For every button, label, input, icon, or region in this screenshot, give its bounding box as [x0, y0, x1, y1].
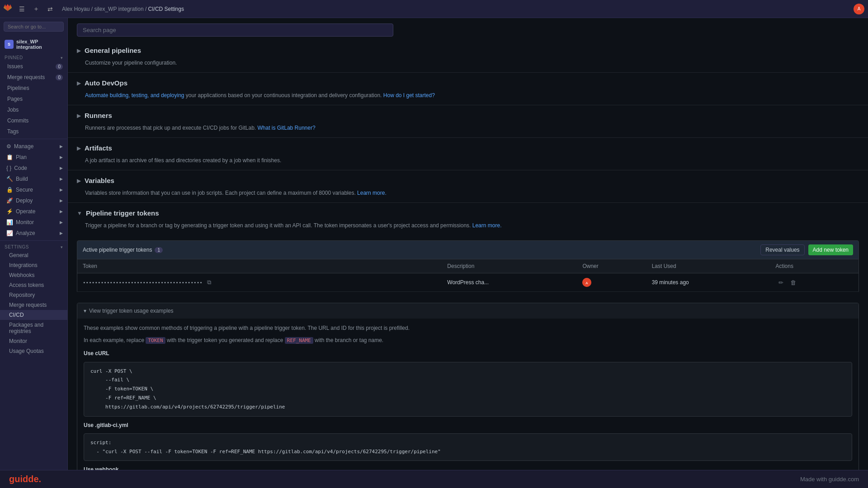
general-pipelines-section: ▶ General pipelines Customize your pipel…: [68, 40, 868, 73]
sidebar-group-monitor[interactable]: 📊 Monitor ▶: [0, 217, 67, 228]
sidebar-item-access-tokens[interactable]: Access tokens: [0, 280, 67, 290]
artifacts-title: Artifacts: [85, 144, 112, 152]
deploy-arrow-icon: ▶: [60, 198, 63, 203]
sidebar-group-operate[interactable]: ⚡ Operate ▶: [0, 206, 67, 217]
project-avatar: S: [5, 40, 14, 49]
general-pipelines-header[interactable]: ▶ General pipelines: [68, 40, 868, 59]
user-avatar[interactable]: A: [854, 4, 864, 14]
auto-devops-header[interactable]: ▶ Auto DevOps: [68, 73, 868, 91]
sidebar-group-manage[interactable]: ⚙ Manage ▶: [0, 141, 67, 152]
trigger-examples-body: These examples show common methods of tr…: [77, 319, 859, 470]
sidebar-item-tags[interactable]: Tags: [0, 126, 67, 137]
merge-requests-btn[interactable]: ⇄: [45, 4, 56, 14]
sidebar-item-packages-registries[interactable]: Packages and registries: [0, 320, 67, 336]
page-search-input[interactable]: [77, 23, 393, 37]
sidebar-item-merge-requests[interactable]: Merge requests 0: [0, 72, 67, 83]
add-new-token-button[interactable]: Add new token: [808, 244, 853, 255]
artifacts-header[interactable]: ▶ Artifacts: [68, 138, 868, 156]
runners-header[interactable]: ▶ Runners: [68, 105, 868, 124]
tokens-table-header: Active pipeline trigger tokens 1 Reveal …: [77, 240, 859, 259]
chevron-right-icon: ▶: [77, 47, 81, 54]
code-icon: { }: [6, 165, 11, 171]
edit-token-button[interactable]: ✏: [776, 278, 786, 287]
secure-arrow-icon: ▶: [60, 188, 63, 192]
sidebar: S silex_WP integration Pinned ▾ Issues 0…: [0, 18, 68, 470]
variables-learn-more-link[interactable]: Learn more.: [357, 190, 387, 196]
sidebar-item-integrations[interactable]: Integrations: [0, 260, 67, 270]
gitlab-runner-link[interactable]: What is GitLab Runner?: [258, 125, 316, 131]
breadcrumb-project[interactable]: silex_WP integration: [94, 6, 143, 12]
settings-section-label[interactable]: Settings ▾: [0, 243, 67, 250]
ref-placeholder-code: REF_NAME: [285, 337, 313, 344]
trigger-intro-1: These examples show common methods of tr…: [84, 324, 852, 333]
analyze-icon: 📈: [6, 230, 13, 236]
sidebar-group-plan[interactable]: 📋 Plan ▶: [0, 152, 67, 163]
sidebar-item-pages[interactable]: Pages: [0, 94, 67, 104]
tokens-learn-more-link[interactable]: Learn more.: [472, 222, 502, 229]
sidebar-item-general[interactable]: General: [0, 250, 67, 260]
get-started-link[interactable]: How do I get started?: [383, 92, 435, 99]
sidebar-item-issues[interactable]: Issues 0: [0, 61, 67, 72]
sidebar-item-cicd[interactable]: CI/CD: [0, 310, 67, 320]
owner-col-header: Owner: [577, 259, 646, 273]
trigger-examples-label: View trigger token usage examples: [89, 308, 174, 314]
yml-code-block: script: - "curl -X POST --fail -F token=…: [84, 433, 852, 461]
settings-arrow-icon: ▾: [61, 245, 63, 249]
project-name: silex_WP integration: [16, 39, 63, 50]
build-icon: 🔨: [6, 176, 13, 182]
variables-desc: Variables store information that you can…: [68, 189, 868, 202]
sidebar-item-monitor-settings[interactable]: Monitor: [0, 336, 67, 346]
new-item-btn[interactable]: ＋: [30, 3, 42, 15]
trigger-examples-header[interactable]: ▾ View trigger token usage examples: [77, 303, 859, 319]
auto-devops-desc: Automate building, testing, and deployin…: [68, 91, 868, 105]
search-input[interactable]: [4, 22, 64, 32]
sidebar-item-commits[interactable]: Commits: [0, 115, 67, 126]
sidebar-search-container: [0, 18, 67, 35]
variables-title: Variables: [85, 177, 114, 184]
sidebar-group-build[interactable]: 🔨 Build ▶: [0, 174, 67, 184]
token-count-badge: 1: [155, 247, 163, 253]
automate-link[interactable]: Automate building, testing, and deployin…: [85, 92, 184, 99]
sidebar-group-deploy[interactable]: 🚀 Deploy ▶: [0, 195, 67, 206]
sidebar-item-usage-quotas[interactable]: Usage Quotas: [0, 346, 67, 356]
pipeline-tokens-header[interactable]: ▼ Pipeline trigger tokens: [68, 203, 868, 221]
pipeline-tokens-title: Pipeline trigger tokens: [86, 209, 159, 217]
artifacts-desc: A job artifact is an archive of files an…: [68, 156, 868, 170]
divider-2: [0, 240, 67, 241]
auto-devops-title: Auto DevOps: [85, 79, 127, 87]
sidebar-item-webhooks[interactable]: Webhooks: [0, 270, 67, 280]
breadcrumb: Alex Hoyau / silex_WP integration / CI/C…: [62, 6, 184, 12]
chevron-down-icon: ▼: [77, 210, 82, 216]
variables-section: ▶ Variables Variables store information …: [68, 170, 868, 203]
trigger-intro-2: In each example, replace TOKEN with the …: [84, 336, 852, 345]
chevron-right-icon-2: ▶: [77, 80, 81, 86]
top-bar: ☰ ＋ ⇄ Alex Hoyau / silex_WP integration …: [0, 0, 868, 18]
sidebar-item-pipelines[interactable]: Pipelines: [0, 83, 67, 94]
divider-1: [0, 139, 67, 139]
pinned-section-label[interactable]: Pinned ▾: [0, 53, 67, 61]
reveal-values-button[interactable]: Reveal values: [760, 244, 804, 255]
sidebar-item-jobs[interactable]: Jobs: [0, 104, 67, 115]
sidebar-item-merge-requests-settings[interactable]: Merge requests: [0, 300, 67, 310]
sidebar-item-repository[interactable]: Repository: [0, 290, 67, 300]
issues-badge: 0: [56, 64, 63, 70]
pipeline-tokens-section: ▼ Pipeline trigger tokens Trigger a pipe…: [68, 203, 868, 470]
runners-section: ▶ Runners Runners are processes that pic…: [68, 105, 868, 138]
sidebar-group-code[interactable]: { } Code ▶: [0, 163, 67, 174]
tokens-table-actions: Reveal values Add new token: [760, 244, 853, 255]
chevron-right-icon-3: ▶: [77, 113, 81, 119]
code-arrow-icon: ▶: [60, 166, 63, 170]
sidebar-toggle-btn[interactable]: ☰: [16, 4, 28, 14]
copy-token-button[interactable]: ⧉: [205, 278, 213, 287]
curl-code-block: curl -X POST \ --fail \ -F token=TOKEN \…: [84, 362, 852, 417]
token-placeholder-code: TOKEN: [146, 337, 165, 344]
token-value: ••••••••••••••••••••••••••••••••••••••••…: [83, 278, 436, 287]
project-header: S silex_WP integration: [0, 35, 67, 53]
delete-token-button[interactable]: 🗑: [788, 278, 799, 287]
breadcrumb-user[interactable]: Alex Hoyau: [62, 6, 90, 12]
sidebar-group-secure[interactable]: 🔒 Secure ▶: [0, 184, 67, 195]
variables-header[interactable]: ▶ Variables: [68, 170, 868, 189]
sidebar-group-analyze[interactable]: 📈 Analyze ▶: [0, 228, 67, 239]
main-layout: S silex_WP integration Pinned ▾ Issues 0…: [0, 18, 868, 470]
pinned-arrow-icon: ▾: [61, 56, 63, 60]
